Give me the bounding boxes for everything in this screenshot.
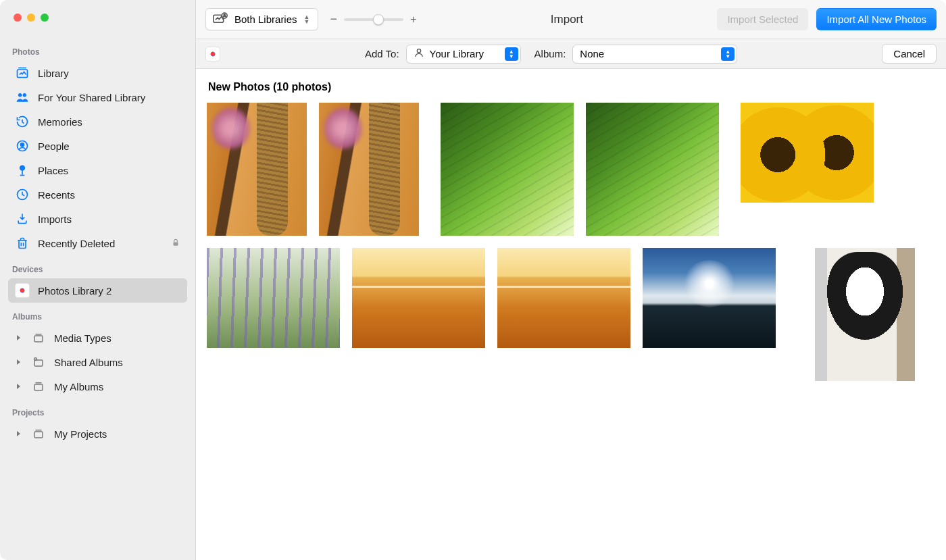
person-circle-icon bbox=[15, 138, 30, 153]
svg-rect-20 bbox=[34, 432, 43, 438]
main-area: Both Libraries ▲▼ − + Import Import Sele… bbox=[196, 0, 946, 560]
sidebar-item-label: Places bbox=[38, 165, 68, 176]
people-icon bbox=[15, 90, 30, 105]
sidebar-item-label: Imports bbox=[38, 213, 72, 225]
svg-rect-19 bbox=[34, 384, 43, 390]
svg-point-18 bbox=[34, 358, 37, 361]
sidebar-item-places[interactable]: Places bbox=[8, 158, 187, 182]
clock-icon bbox=[15, 187, 30, 202]
album-value: None bbox=[580, 48, 604, 59]
toolbar: Both Libraries ▲▼ − + Import Import Sele… bbox=[196, 0, 946, 39]
popup-arrows-icon: ▲▼ bbox=[505, 47, 518, 61]
photo-thumbnail[interactable] bbox=[586, 103, 719, 236]
album-stack-icon bbox=[31, 330, 46, 345]
sidebar-item-label: Shared Albums bbox=[54, 357, 123, 368]
album-label: Album: bbox=[534, 48, 566, 59]
photo-thumbnail[interactable] bbox=[207, 248, 340, 348]
photo-thumbnail[interactable] bbox=[352, 248, 485, 348]
svg-point-32 bbox=[417, 49, 420, 53]
sidebar: Photos Library For Your Shared Library M… bbox=[0, 0, 196, 560]
sidebar-item-media-types[interactable]: Media Types bbox=[8, 326, 187, 350]
thumbnail-grid bbox=[207, 103, 935, 381]
minimize-window-button[interactable] bbox=[27, 14, 35, 22]
sidebar-item-shared-albums[interactable]: Shared Albums bbox=[8, 350, 187, 374]
library-filter-selector[interactable]: Both Libraries ▲▼ bbox=[205, 8, 318, 30]
photo-thumbnail[interactable] bbox=[643, 248, 776, 348]
sidebar-item-imports[interactable]: Imports bbox=[8, 207, 187, 231]
pin-icon bbox=[15, 163, 30, 178]
section-label-photos: Photos bbox=[8, 43, 187, 61]
zoom-in-label: + bbox=[410, 14, 416, 26]
sidebar-item-my-albums[interactable]: My Albums bbox=[8, 374, 187, 399]
sidebar-item-label: My Projects bbox=[54, 428, 107, 440]
sidebar-item-label: Memories bbox=[38, 116, 82, 128]
chevron-right-icon bbox=[15, 430, 23, 437]
sidebar-item-library[interactable]: Library bbox=[8, 61, 187, 85]
photos-app-icon bbox=[205, 47, 220, 61]
library-filter-icon bbox=[213, 12, 228, 26]
sidebar-item-label: Library bbox=[38, 68, 69, 79]
section-label-albums: Albums bbox=[8, 308, 187, 326]
svg-rect-16 bbox=[34, 336, 43, 342]
page-title: Import bbox=[424, 13, 709, 26]
chevron-right-icon bbox=[15, 359, 23, 365]
cancel-button[interactable]: Cancel bbox=[882, 44, 937, 63]
library-filter-label: Both Libraries bbox=[234, 14, 297, 25]
photo-thumbnail[interactable] bbox=[497, 248, 630, 348]
memories-icon bbox=[15, 114, 30, 129]
svg-point-4 bbox=[21, 143, 24, 147]
sidebar-item-label: For Your Shared Library bbox=[38, 92, 145, 103]
zoom-slider-knob[interactable] bbox=[373, 14, 384, 25]
import-selected-button: Import Selected bbox=[717, 8, 808, 30]
photo-library-icon bbox=[15, 66, 30, 80]
group-title-new-photos: New Photos (10 photos) bbox=[207, 81, 935, 103]
import-content: New Photos (10 photos) bbox=[196, 69, 946, 560]
sidebar-item-my-projects[interactable]: My Projects bbox=[8, 422, 187, 446]
fullscreen-window-button[interactable] bbox=[41, 14, 49, 22]
svg-rect-17 bbox=[34, 360, 43, 366]
chevron-right-icon bbox=[15, 334, 23, 341]
chevron-right-icon bbox=[15, 383, 23, 390]
album-selector[interactable]: None ▲▼ bbox=[572, 45, 737, 63]
add-to-label: Add To: bbox=[365, 48, 399, 59]
album-stack-icon bbox=[31, 426, 46, 441]
sidebar-item-label: Recents bbox=[38, 189, 75, 201]
sidebar-item-label: People bbox=[38, 141, 70, 152]
section-label-devices: Devices bbox=[8, 261, 187, 278]
import-icon bbox=[15, 211, 30, 226]
sidebar-item-label: My Albums bbox=[54, 381, 103, 392]
sidebar-item-recents[interactable]: Recents bbox=[8, 182, 187, 207]
photo-thumbnail[interactable] bbox=[319, 103, 419, 236]
sidebar-item-recently-deleted[interactable]: Recently Deleted bbox=[8, 231, 187, 255]
sidebar-item-label: Recently Deleted bbox=[38, 238, 115, 249]
svg-point-5 bbox=[20, 166, 25, 170]
photo-thumbnail[interactable] bbox=[207, 103, 307, 236]
up-down-stepper-icon: ▲▼ bbox=[304, 15, 314, 24]
zoom-out-label: − bbox=[330, 12, 338, 26]
import-all-button[interactable]: Import All New Photos bbox=[816, 8, 937, 30]
add-to-selector[interactable]: Your Library ▲▼ bbox=[406, 45, 521, 63]
shared-album-icon bbox=[31, 355, 46, 370]
lock-icon bbox=[171, 238, 180, 249]
sidebar-item-memories[interactable]: Memories bbox=[8, 109, 187, 134]
sidebar-item-photos-library-2[interactable]: Photos Library 2 bbox=[8, 278, 187, 303]
sidebar-item-shared-library[interactable]: For Your Shared Library bbox=[8, 85, 187, 109]
photo-thumbnail[interactable] bbox=[815, 248, 915, 381]
svg-point-1 bbox=[18, 93, 22, 97]
svg-rect-7 bbox=[174, 242, 178, 245]
photo-thumbnail[interactable] bbox=[741, 103, 874, 203]
add-to-value: Your Library bbox=[430, 48, 484, 59]
popup-arrows-icon: ▲▼ bbox=[721, 47, 735, 61]
thumbnail-zoom-slider[interactable]: − + bbox=[330, 12, 417, 26]
section-label-projects: Projects bbox=[8, 404, 187, 422]
trash-icon bbox=[15, 236, 30, 251]
sidebar-item-people[interactable]: People bbox=[8, 134, 187, 158]
photos-app-icon bbox=[15, 283, 30, 298]
zoom-track[interactable] bbox=[344, 18, 403, 21]
close-window-button[interactable] bbox=[14, 14, 22, 22]
photo-thumbnail[interactable] bbox=[441, 103, 574, 236]
window-controls bbox=[8, 8, 187, 38]
sidebar-item-label: Photos Library 2 bbox=[38, 285, 111, 297]
person-icon bbox=[414, 47, 424, 60]
option-bar: Add To: Your Library ▲▼ Album: None ▲▼ C… bbox=[196, 39, 946, 69]
